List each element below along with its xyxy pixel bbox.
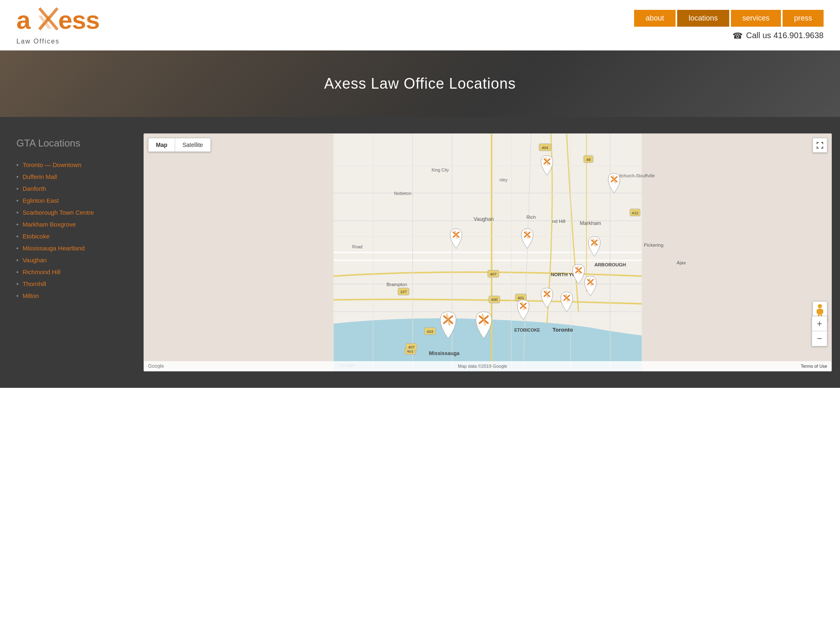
map-fullscreen-button[interactable] — [813, 138, 827, 153]
map-type-map[interactable]: Map — [148, 138, 175, 151]
map-zoom-buttons: + − — [812, 316, 827, 346]
list-item: Scarborough Town Centre — [16, 206, 131, 218]
header-right: about locations services press ☎ Call us… — [634, 10, 824, 41]
location-link-markham[interactable]: Markham Boxgrove — [23, 221, 76, 228]
location-link-thornhill[interactable]: Thornhill — [23, 280, 46, 287]
map-terms-link[interactable]: Terms of Use — [801, 364, 827, 369]
svg-text:Toronto: Toronto — [552, 327, 573, 333]
list-item: Mississauga Heartland — [16, 242, 131, 254]
logo-text: a x ess — [16, 5, 107, 37]
map-type-satellite[interactable]: Satellite — [175, 138, 210, 151]
svg-text:407: 407 — [490, 272, 496, 276]
sidebar-title: GTA Locations — [16, 137, 131, 149]
map-type-buttons: Map Satellite — [148, 138, 211, 152]
svg-text:404: 404 — [542, 145, 549, 150]
svg-text:ARBOROUGH: ARBOROUGH — [594, 262, 626, 267]
nav-bar: about locations services press — [634, 10, 824, 27]
svg-text:a: a — [16, 6, 31, 34]
svg-text:407: 407 — [408, 345, 415, 349]
location-link-eglinton-east[interactable]: Eglinton East — [23, 197, 59, 204]
map-footer: Google Map data ©2019 Google Terms of Us… — [144, 361, 831, 371]
svg-text:ETOBICOKE: ETOBICOKE — [514, 328, 540, 332]
location-link-scarborough[interactable]: Scarborough Town Centre — [23, 209, 94, 216]
list-item: Dufferin Mall — [16, 171, 131, 183]
svg-text:Pickering: Pickering — [644, 243, 664, 247]
svg-text:Road: Road — [352, 244, 362, 249]
list-item: Eglinton East — [16, 195, 131, 206]
list-item: Thornhill — [16, 278, 131, 290]
svg-text:48: 48 — [586, 157, 591, 162]
map-svg: 404 48 412 400 407 401 401 403 1 — [144, 134, 831, 371]
logo-subtitle: Law Offices — [16, 38, 59, 45]
nav-locations[interactable]: locations — [677, 10, 729, 27]
list-item: Richmond Hill — [16, 266, 131, 278]
list-item: Toronto — Downtown — [16, 159, 131, 171]
map-copyright: Google — [148, 363, 164, 369]
svg-point-5 — [818, 304, 822, 308]
nav-services[interactable]: services — [731, 10, 781, 27]
svg-text:nd Hill: nd Hill — [552, 219, 565, 224]
svg-text:nley: nley — [500, 177, 508, 182]
svg-text:Vaughan: Vaughan — [474, 216, 494, 222]
svg-text:Ajax: Ajax — [677, 260, 686, 265]
svg-text:Rich: Rich — [526, 215, 536, 220]
svg-text:107: 107 — [400, 289, 407, 294]
map-container: Map Satellite + − — [144, 133, 832, 371]
location-link-dufferin-mall[interactable]: Dufferin Mall — [23, 173, 57, 180]
hero-banner: Axess Law Office Locations — [0, 50, 840, 117]
nav-about[interactable]: about — [634, 10, 676, 27]
svg-text:412: 412 — [632, 211, 638, 215]
main-content: GTA Locations Toronto — Downtown Dufferi… — [0, 117, 840, 388]
list-item: Milton — [16, 290, 131, 302]
logo: a x ess Law Offices — [16, 5, 107, 45]
svg-text:Markham: Markham — [580, 220, 601, 226]
location-link-milton[interactable]: Milton — [23, 292, 39, 299]
call-us: ☎ Call us 416.901.9638 — [733, 31, 824, 41]
svg-text:Mississauga: Mississauga — [429, 351, 460, 356]
site-header: a x ess Law Offices about locations serv… — [0, 0, 840, 50]
call-label: Call us 416.901.9638 — [746, 31, 824, 40]
map-zoom-out[interactable]: − — [812, 331, 827, 346]
google-logo-icon: Google — [148, 363, 164, 369]
svg-rect-6 — [818, 309, 822, 314]
svg-text:King City: King City — [431, 167, 449, 172]
nav-press[interactable]: press — [783, 10, 824, 27]
location-link-mississauga[interactable]: Mississauga Heartland — [23, 245, 85, 252]
location-link-danforth[interactable]: Danforth — [23, 185, 46, 192]
location-list: Toronto — Downtown Dufferin Mall Danfort… — [16, 159, 131, 302]
list-item: Vaughan — [16, 254, 131, 266]
fullscreen-icon — [816, 142, 824, 149]
phone-icon: ☎ — [733, 31, 743, 41]
list-item: Danforth — [16, 183, 131, 195]
svg-text:Nobleton: Nobleton — [394, 191, 411, 196]
sidebar: GTA Locations Toronto — Downtown Dufferi… — [16, 133, 131, 371]
svg-text:ess: ess — [58, 6, 99, 34]
logo-svg: a x ess — [16, 5, 107, 34]
location-link-richmond-hill[interactable]: Richmond Hill — [23, 268, 61, 275]
svg-text:Google: Google — [148, 363, 164, 369]
svg-text:403: 403 — [427, 329, 433, 334]
svg-text:400: 400 — [491, 297, 498, 302]
hero-title: Axess Law Office Locations — [16, 75, 824, 92]
list-item: Etobicoke — [16, 230, 131, 242]
svg-text:401: 401 — [518, 296, 524, 300]
svg-rect-10 — [822, 309, 823, 314]
map-zoom-in[interactable]: + — [812, 316, 827, 331]
location-link-etobicoke[interactable]: Etobicoke — [23, 233, 50, 240]
location-link-vaughan[interactable]: Vaughan — [23, 257, 47, 263]
list-item: Markham Boxgrove — [16, 218, 131, 230]
location-link-toronto-downtown[interactable]: Toronto — Downtown — [23, 161, 81, 168]
svg-text:Brampton: Brampton — [386, 282, 407, 287]
map-data-label: Map data ©2019 Google — [458, 364, 507, 369]
svg-rect-9 — [817, 309, 818, 314]
